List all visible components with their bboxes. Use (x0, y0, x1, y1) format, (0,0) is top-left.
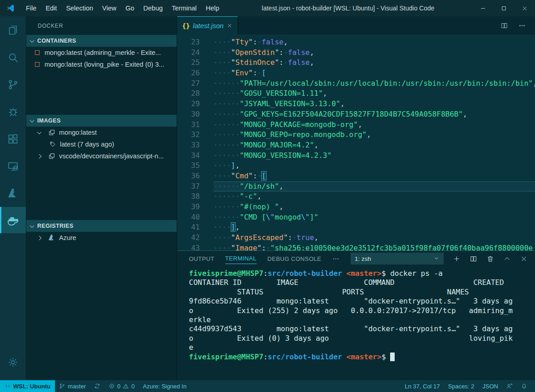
section-header-images[interactable]: IMAGES (26, 115, 177, 127)
tab-latest-json[interactable]: {} latest.json (177, 16, 238, 34)
status-indentation-label: Spaces: 2 (448, 383, 475, 390)
tree-item-label: mongo:latest (loving_pike - Exited (0) 3… (45, 61, 164, 68)
code-line-content: ······"PATH=/usr/local/sbin:/usr/local/b… (213, 78, 535, 89)
tree-item-label: mongo:latest (admiring_merkle - Exite... (45, 49, 161, 56)
menu-selection[interactable]: Selection (61, 0, 98, 16)
tree-item[interactable]: vscode/devcontainers/javascript-n... (26, 150, 177, 162)
plus-icon[interactable] (453, 255, 461, 263)
activity-debug[interactable] (0, 98, 26, 125)
menu-bar: FileEditSelectionViewGoDebugTerminalHelp (21, 0, 224, 16)
code-line-31[interactable]: 31······"MONGO_PACKAGE=mongodb-org", (177, 120, 535, 130)
code-line-28[interactable]: 28······"GOSU_VERSION=1.11", (177, 88, 535, 99)
status-notifications[interactable] (517, 380, 531, 392)
trash-icon[interactable] (486, 255, 494, 263)
terminal[interactable]: fiveisprime@MHSP7:src/robot-builder <mas… (177, 266, 535, 380)
panel-tab-terminal[interactable]: TERMINAL (225, 253, 257, 264)
code-line-content: ······"GPG_KEYS=E162F504A20CDF15827F718D… (213, 109, 535, 120)
tree-item[interactable]: mongo:latest (admiring_merkle - Exite... (26, 47, 177, 59)
chevron-down-icon[interactable] (34, 131, 45, 134)
maximize-button[interactable] (493, 0, 514, 16)
code-line-29[interactable]: 29······"JSYAML_VERSION=3.13.0", (177, 99, 535, 109)
tab-close-icon[interactable] (227, 23, 233, 29)
warning-icon (123, 383, 129, 389)
status-feedback[interactable] (502, 380, 517, 392)
code-line-37[interactable]: 37······"/bin/sh", (177, 181, 535, 192)
code-line-27[interactable]: 27······"PATH=/usr/local/sbin:/usr/local… (177, 78, 535, 89)
status-indentation[interactable]: Spaces: 2 (444, 380, 479, 392)
code-line-42[interactable]: 42····"ArgsEscaped":·true, (177, 233, 535, 243)
code-line-38[interactable]: 38······"-c", (177, 191, 535, 202)
terminal-select[interactable]: 1: zsh (351, 253, 444, 265)
menu-go[interactable]: Go (121, 0, 139, 16)
more-actions-icon[interactable] (518, 22, 526, 29)
chevron-right-icon[interactable] (34, 236, 45, 240)
status-branch[interactable]: master (55, 380, 90, 392)
line-number: 35 (177, 161, 213, 171)
panel-tab-debug-console[interactable]: DEBUG CONSOLE (268, 254, 322, 264)
line-number: 33 (177, 140, 213, 151)
code-line-40[interactable]: 40······"CMD [\"mongod\"]" (177, 212, 535, 223)
status-problems[interactable]: 00 (104, 380, 139, 392)
menu-view[interactable]: View (98, 0, 121, 16)
line-number: 31 (177, 120, 213, 130)
status-azure-account[interactable]: Azure: Signed In (139, 380, 191, 392)
panel-more-actions-icon[interactable] (332, 255, 340, 263)
menu-terminal[interactable]: Terminal (167, 0, 201, 16)
window-controls (472, 0, 535, 16)
status-cursor-position[interactable]: Ln 37, Col 17 (401, 380, 444, 392)
split-editor-icon[interactable] (470, 255, 477, 263)
status-language-mode[interactable]: JSON (478, 380, 502, 392)
minimize-button[interactable] (472, 0, 493, 16)
tree-item[interactable]: Azure (26, 232, 177, 244)
chevron-up-icon[interactable] (503, 255, 511, 263)
menu-edit[interactable]: Edit (41, 0, 61, 16)
menu-debug[interactable]: Debug (139, 0, 168, 16)
activity-manage[interactable] (0, 348, 26, 376)
code-line-41[interactable]: 41····], (177, 222, 535, 233)
section-body-images: mongo:latestlatest (7 days ago)vscode/de… (26, 127, 177, 220)
status-remote[interactable]: WSL: Ubuntu (0, 380, 55, 392)
code-line-26[interactable]: 26····"Env":·[ (177, 68, 535, 78)
code-line-23[interactable]: 23····"Tty":·false, (177, 37, 535, 48)
activity-azure[interactable] (0, 180, 26, 207)
code-line-35[interactable]: 35····], (177, 161, 535, 171)
code-line-36[interactable]: 36····"Cmd":·[ (177, 171, 535, 181)
sidebar-title: DOCKER (26, 16, 177, 35)
activity-remote-explorer[interactable] (0, 152, 26, 180)
code-line-content: ······"/bin/sh", (213, 181, 535, 192)
split-editor-icon[interactable] (500, 22, 508, 29)
panel-tab-output[interactable]: OUTPUT (189, 254, 214, 264)
window-close-button[interactable] (514, 0, 535, 16)
line-number: 30 (177, 109, 213, 120)
menu-file[interactable]: File (21, 0, 41, 16)
extensions-icon (7, 133, 19, 145)
menu-help[interactable]: Help (201, 0, 224, 16)
status-sync[interactable] (90, 380, 104, 392)
code-line-39[interactable]: 39······"#(nop) ", (177, 202, 535, 212)
section-header-containers[interactable]: CONTAINERS (26, 35, 177, 47)
code-line-43[interactable]: 43····"Image":·"sha256:e10050ee3d2e3512f… (177, 243, 535, 250)
tab-filename: latest.json (193, 22, 224, 29)
activity-source-control[interactable] (0, 71, 26, 98)
tree-item[interactable]: latest (7 days ago) (26, 138, 177, 150)
tree-item[interactable]: mongo:latest (loving_pike - Exited (0) 3… (26, 59, 177, 70)
code-line-25[interactable]: 25····"StdinOnce":·false, (177, 58, 535, 68)
tree-item[interactable]: mongo:latest (26, 127, 177, 138)
activity-docker[interactable] (0, 207, 26, 233)
section-label: IMAGES (37, 118, 61, 124)
activity-search[interactable] (0, 44, 26, 71)
chevron-right-icon[interactable] (34, 155, 45, 158)
code-editor[interactable]: 23····"Tty":·false,24····"OpenStdin":·fa… (177, 34, 535, 250)
activity-explorer[interactable] (0, 16, 26, 44)
code-line-34[interactable]: 34······"MONGO_VERSION=4.2.3" (177, 151, 535, 161)
error-icon (109, 383, 115, 389)
code-line-30[interactable]: 30······"GPG_KEYS=E162F504A20CDF15827F71… (177, 109, 535, 120)
code-line-24[interactable]: 24····"OpenStdin":·false, (177, 48, 535, 58)
section-header-registries[interactable]: REGISTRIES (26, 220, 177, 232)
code-line-33[interactable]: 33······"MONGO_MAJOR=4.2", (177, 140, 535, 151)
code-line-32[interactable]: 32······"MONGO_REPO=repo.mongodb.org", (177, 130, 535, 140)
close-icon[interactable] (520, 255, 528, 263)
activity-extensions[interactable] (0, 125, 26, 152)
editor-tab-bar: {} latest.json (177, 16, 535, 34)
line-number: 24 (177, 48, 213, 58)
